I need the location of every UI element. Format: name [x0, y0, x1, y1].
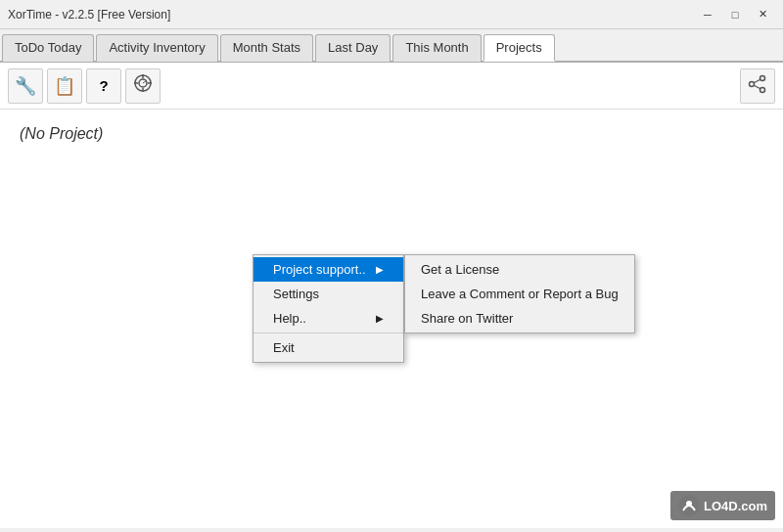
close-button[interactable]: ✕ — [750, 5, 775, 24]
list-button[interactable]: 📋 — [47, 68, 82, 104]
menu-item-help-label: Help.. — [273, 311, 306, 326]
context-menu-wrapper: Project support.. ▶ Get a License Leave … — [253, 254, 404, 363]
menu-item-project-support-label: Project support.. — [273, 262, 366, 277]
menu-item-exit-label: Exit — [273, 340, 295, 355]
tab-last-day[interactable]: Last Day — [315, 34, 391, 62]
tab-this-month[interactable]: This Month — [392, 34, 481, 62]
tab-activity[interactable]: Activity Inventory — [96, 34, 217, 62]
svg-point-6 — [760, 75, 765, 80]
main-content: (No Project) Project support.. ▶ Get a L… — [0, 110, 783, 528]
context-menu: Project support.. ▶ Get a License Leave … — [253, 254, 404, 363]
menu-separator — [253, 332, 403, 333]
list-icon: 📋 — [54, 75, 75, 97]
submenu-item-share-twitter[interactable]: Share on Twitter — [405, 306, 634, 331]
menu-item-project-support[interactable]: Project support.. ▶ Get a License Leave … — [253, 257, 403, 282]
help-icon: ? — [99, 77, 108, 94]
tab-month-stats[interactable]: Month Stats — [220, 34, 313, 62]
maximize-button[interactable]: □ — [722, 5, 748, 24]
target-icon — [133, 73, 153, 98]
wrench-button[interactable]: 🔧 — [8, 68, 43, 104]
title-bar: XorTime - v2.2.5 [Free Version] ─ □ ✕ — [0, 0, 783, 29]
help-submenu-arrow-icon: ▶ — [376, 313, 384, 324]
svg-point-7 — [760, 87, 765, 92]
submenu-arrow-icon: ▶ — [376, 264, 384, 275]
toolbar: 🔧 📋 ? — [0, 63, 783, 110]
watermark-logo-icon — [678, 495, 700, 516]
menu-item-exit[interactable]: Exit — [253, 335, 403, 360]
tab-bar: ToDo Today Activity Inventory Month Stat… — [0, 29, 783, 63]
svg-line-10 — [754, 85, 760, 89]
tab-projects[interactable]: Projects — [484, 34, 555, 62]
svg-point-12 — [686, 501, 692, 507]
svg-line-9 — [754, 79, 760, 83]
submenu: Get a License Leave a Comment or Report … — [404, 254, 635, 333]
watermark-text: LO4D.com — [704, 499, 767, 513]
submenu-item-leave-comment[interactable]: Leave a Comment or Report a Bug — [405, 282, 634, 306]
share-button[interactable] — [740, 68, 775, 104]
tab-todo[interactable]: ToDo Today — [2, 34, 94, 62]
menu-item-settings-label: Settings — [273, 287, 319, 301]
window-controls: ─ □ ✕ — [695, 5, 775, 24]
svg-point-8 — [750, 81, 755, 86]
minimize-button[interactable]: ─ — [695, 5, 720, 24]
menu-item-settings[interactable]: Settings — [253, 282, 403, 306]
share-icon — [748, 74, 767, 98]
target-button[interactable] — [125, 68, 161, 104]
help-button[interactable]: ? — [86, 68, 121, 104]
no-project-label: (No Project) — [20, 125, 763, 143]
submenu-item-get-license[interactable]: Get a License — [405, 257, 634, 282]
watermark: LO4D.com — [670, 491, 775, 520]
wrench-icon: 🔧 — [15, 75, 36, 97]
menu-item-help[interactable]: Help.. ▶ — [253, 306, 403, 331]
app-title: XorTime - v2.2.5 [Free Version] — [8, 8, 170, 22]
